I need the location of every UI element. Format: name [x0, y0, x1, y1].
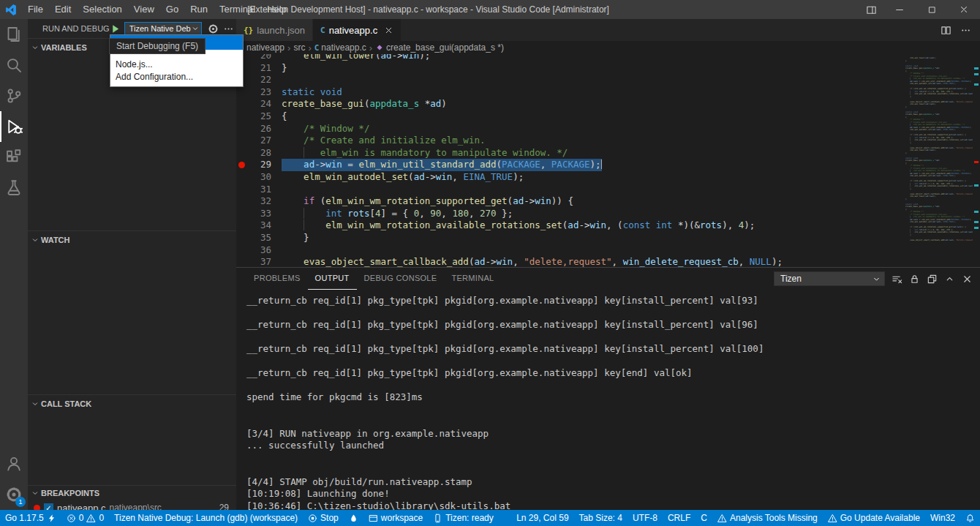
output-line: __return_cb req_id[1] pkg_type[tpk] pkgi…	[246, 343, 980, 356]
dropdown-item-add-configuration-[interactable]: Add Configuration...	[110, 71, 243, 83]
status-go-update[interactable]: Go Update Available	[823, 510, 925, 526]
menu-selection[interactable]: Selection	[77, 0, 127, 19]
minimize-icon[interactable]	[883, 0, 916, 19]
line-number: 32	[246, 195, 271, 208]
status-platform[interactable]: Win32	[925, 510, 960, 526]
line-number: 25	[246, 110, 271, 123]
code-line[interactable]: 31	[236, 184, 904, 196]
status-tizen-status[interactable]: Tizen: ready	[428, 510, 499, 526]
status-problems[interactable]: 00	[61, 510, 109, 526]
status-notifications[interactable]	[960, 510, 980, 526]
accounts-icon[interactable]	[0, 448, 28, 479]
code-line[interactable]: 36	[236, 244, 904, 257]
code-line[interactable]: 34 elm_win_wm_rotation_available_rotatio…	[236, 219, 904, 232]
section-watch[interactable]: WATCH	[28, 230, 236, 248]
code-editor[interactable]: 20 elm_win_lower(ad->win);21}2223static …	[236, 54, 980, 267]
open-output-icon[interactable]	[927, 274, 938, 285]
breakpoint-checkbox[interactable]: ✓	[44, 503, 53, 511]
editor-tab-nativeapp.c[interactable]: Cnativeapp.c	[313, 19, 402, 41]
search-icon[interactable]	[0, 50, 28, 80]
code-line[interactable]: 23static void	[236, 86, 904, 99]
breakpoint-dot-icon	[34, 505, 40, 511]
breadcrumb-item[interactable]: src	[293, 42, 305, 53]
breadcrumb-item[interactable]: Cnativeapp.c	[314, 42, 366, 53]
breakpoint-dot-icon[interactable]	[236, 159, 246, 171]
section-call-stack[interactable]: CALL STACK	[28, 394, 236, 412]
code-line[interactable]: 26 /* Window */	[236, 123, 904, 135]
glyph-margin	[236, 110, 246, 123]
start-debugging-icon[interactable]	[110, 23, 121, 34]
code-line[interactable]: 28 elm_win is mandatory to manipulate wi…	[236, 147, 904, 159]
section-label: BREAKPOINTS	[41, 489, 99, 497]
output-line	[246, 416, 980, 428]
close-window-icon[interactable]	[948, 0, 980, 19]
output-line	[246, 452, 980, 465]
breakpoint-row[interactable]: ✓ nativeapp.c nativeapp\src 29	[28, 500, 236, 510]
status-stop[interactable]: Stop	[303, 510, 344, 526]
split-editor-icon[interactable]	[941, 25, 951, 36]
chevron-down-icon	[31, 489, 39, 497]
panel-header: PROBLEMSOUTPUTDEBUG CONSOLETERMINAL Tize…	[236, 268, 980, 290]
code-line[interactable]: 24create_base_gui(appdata_s *ad)	[236, 98, 904, 110]
code-line[interactable]: 25{	[236, 110, 904, 123]
close-panel-icon[interactable]	[962, 274, 973, 285]
run-debug-icon[interactable]	[0, 111, 28, 142]
code-line[interactable]: 33 int rots[4] = { 0, 90, 180, 270 };	[236, 208, 904, 220]
status-go-version[interactable]: Go 1.17.5	[0, 510, 61, 526]
clear-output-icon[interactable]	[892, 274, 902, 285]
minimap[interactable]: elm_win_lower(ad->win); } static void cr…	[905, 57, 973, 267]
debug-settings-gear-icon[interactable]	[206, 23, 221, 34]
code-text: /* Window */	[282, 123, 369, 135]
code-line[interactable]: 21}	[236, 62, 904, 75]
status-encoding[interactable]: UTF-8	[627, 510, 663, 526]
menu-file[interactable]: File	[22, 0, 49, 19]
menu-run[interactable]: Run	[184, 0, 214, 19]
code-line[interactable]: 20 elm_win_lower(ad->win);	[236, 54, 904, 62]
code-line[interactable]: 30 elm_win_autodel_set(ad->win, EINA_TRU…	[236, 171, 904, 184]
output-console[interactable]: __return_cb req_id[1] pkg_type[tpk] pkgi…	[236, 290, 980, 510]
panel-tab-problems[interactable]: PROBLEMS	[246, 268, 308, 290]
status-language-mode[interactable]: C	[696, 510, 712, 526]
debug-more-actions-icon[interactable]	[221, 23, 236, 34]
lock-icon[interactable]	[909, 274, 920, 285]
panel-tab-debug-console[interactable]: DEBUG CONSOLE	[357, 268, 445, 290]
code-line[interactable]: 29 ad->win = elm_win_util_standard_add(P…	[236, 159, 904, 171]
layout-icon[interactable]	[859, 0, 883, 19]
dropdown-item-node-js-[interactable]: Node.js...	[110, 59, 243, 71]
status-eol[interactable]: CRLF	[663, 510, 696, 526]
panel-tab-terminal[interactable]: TERMINAL	[444, 268, 501, 290]
test-beaker-icon[interactable]	[0, 173, 28, 203]
menu-go[interactable]: Go	[160, 0, 184, 19]
maximize-icon[interactable]	[916, 0, 948, 19]
source-control-icon[interactable]	[0, 80, 28, 111]
status-debug-config[interactable]: Tizen Native Debug: Launch (gdb) (worksp…	[109, 510, 303, 526]
code-line[interactable]: 32 if (elm_win_wm_rotation_supported_get…	[236, 195, 904, 208]
output-channel-select[interactable]: Tizen	[774, 271, 885, 286]
menu-edit[interactable]: Edit	[49, 0, 77, 19]
close-tab-icon[interactable]	[384, 26, 393, 35]
menu-view[interactable]: View	[128, 0, 160, 19]
extensions-icon[interactable]	[0, 142, 28, 173]
more-actions-icon[interactable]	[960, 25, 971, 36]
code-line[interactable]: 22	[236, 74, 904, 86]
tab-label: launch.json	[257, 25, 305, 36]
breadcrumb-item[interactable]: create_base_gui(appdata_s *)	[375, 42, 504, 53]
code-line[interactable]: 37 evas_object_smart_callback_add(ad->wi…	[236, 256, 904, 267]
panel-tab-output[interactable]: OUTPUT	[308, 268, 357, 290]
line-number: 20	[246, 54, 271, 62]
code-line[interactable]: 27 /* Create and initialize elm_win.	[236, 135, 904, 147]
editor-tab-launch.json[interactable]: {}launch.json	[236, 19, 313, 41]
section-breakpoints[interactable]: BREAKPOINTS	[28, 485, 236, 500]
settings-gear-icon[interactable]: 1	[0, 479, 28, 510]
maximize-panel-icon[interactable]	[944, 274, 955, 285]
debug-config-select[interactable]: Tizen Native Deb	[124, 22, 202, 36]
status-analysis-tools[interactable]: Analysis Tools Missing	[712, 510, 823, 526]
status-workspace[interactable]: workspace	[363, 510, 428, 526]
status-droplet[interactable]	[344, 510, 363, 526]
watch-body	[28, 248, 236, 394]
code-line[interactable]: 35 }	[236, 232, 904, 244]
status-cursor-position[interactable]: Ln 29, Col 59	[511, 510, 573, 526]
breadcrumb-item[interactable]: nativeapp	[246, 42, 284, 53]
status-indentation[interactable]: Tab Size: 4	[574, 510, 627, 526]
explorer-icon[interactable]	[0, 19, 28, 50]
